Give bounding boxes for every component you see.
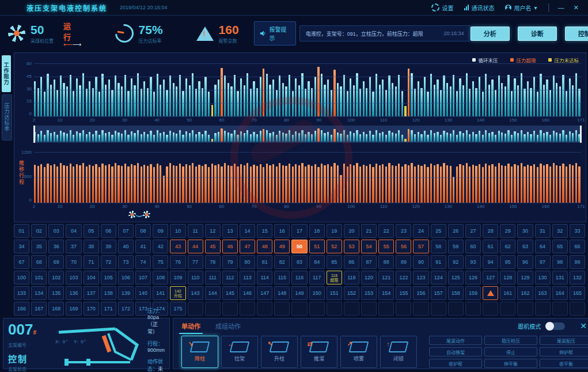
support-cell-19[interactable]: 19 [327,224,342,238]
diagnose-button[interactable]: 诊断 [518,26,557,41]
support-cell-64[interactable]: 64 [535,240,551,253]
support-cell-110[interactable]: 110 [188,271,203,284]
support-cell-112[interactable]: 112 [222,271,238,284]
support-cell-111[interactable]: 111 [205,271,221,284]
support-cell-97[interactable]: 97 [535,255,551,269]
support-cell-164[interactable]: 164 [552,286,568,300]
panel-close-icon[interactable]: ✕ [580,321,587,331]
support-cell-77[interactable]: 77 [188,255,203,269]
support-cell-24[interactable]: 24 [413,224,428,238]
support-cell-56[interactable]: 56 [396,240,411,253]
support-cell-43[interactable]: 43 [170,240,185,253]
support-cell-121[interactable]: 121 [378,271,394,284]
support-cell-130[interactable]: 130 [535,271,551,284]
support-cell-50[interactable]: 50 [291,240,307,253]
support-cell-76[interactable]: 76 [170,255,185,269]
mini-button-伸护帮[interactable]: 伸护帮 [540,347,588,356]
support-cell-139[interactable]: 139 [118,286,134,300]
support-cell-39[interactable]: 39 [101,240,116,253]
support-cell-104[interactable]: 104 [84,271,99,284]
support-cell-31[interactable]: 31 [535,224,551,238]
support-cell-84[interactable]: 84 [309,255,325,269]
support-cell-53[interactable]: 53 [344,240,359,253]
support-cell-59[interactable]: 59 [448,240,464,253]
support-cell-28[interactable]: 28 [483,224,498,238]
support-cell-80[interactable]: 80 [240,255,255,269]
alarm-prompt-button[interactable]: 报警提示 [254,21,296,45]
support-cell-151[interactable]: 151 [327,286,342,300]
support-cell-128[interactable]: 128 [500,271,515,284]
follow-mode-toggle[interactable] [545,322,565,330]
support-cell-127[interactable]: 127 [483,271,498,284]
support-cell-134[interactable]: 134 [31,286,47,300]
mini-button-伸平衡[interactable]: 伸平衡 [484,359,537,368]
support-cell-47[interactable]: 47 [240,240,255,253]
mini-button-尾梁配压[interactable]: 尾梁配压 [540,336,588,345]
support-cell-158[interactable]: 158 [448,286,464,300]
support-cell-87[interactable]: 87 [361,255,377,269]
support-cell-4[interactable]: 04 [66,224,81,238]
action-button-推溜[interactable]: ⇄推溜 [301,336,337,368]
support-cell-147[interactable]: 147 [257,286,272,300]
support-cell-21[interactable]: 21 [361,224,377,238]
support-cell-101[interactable]: 101 [31,271,47,284]
mini-button-稳压检压[interactable]: 稳压检压 [484,336,537,345]
support-cell-49[interactable]: 49 [274,240,290,253]
support-cell-55[interactable]: 55 [378,240,394,253]
support-cell-149[interactable]: 149 [291,286,307,300]
support-cell-5[interactable]: 05 [84,224,99,238]
support-cell-2[interactable]: 02 [31,224,47,238]
support-cell-131[interactable]: 131 [552,271,568,284]
support-cell-100[interactable]: 100 [14,271,29,284]
support-cell-89[interactable]: 89 [396,255,411,269]
support-cell-69[interactable]: 69 [48,255,64,269]
support-cell-15[interactable]: 15 [257,224,272,238]
support-cell-91[interactable]: 91 [431,255,446,269]
support-cell-136[interactable]: 136 [66,286,81,300]
support-cell-99[interactable]: 99 [570,255,585,269]
support-cell-42[interactable]: 42 [153,240,168,253]
support-cell-46[interactable]: 46 [222,240,238,253]
support-cell-10[interactable]: 10 [170,224,185,238]
support-cell-119[interactable]: 119 [344,271,359,284]
support-cell-140[interactable]: 140 [135,286,151,300]
support-cell-12[interactable]: 12 [205,224,221,238]
support-cell-20[interactable]: 20 [344,224,359,238]
tab-group-action[interactable]: 成组动作 [215,321,241,331]
support-cell-105[interactable]: 105 [101,271,116,284]
settings-button[interactable]: 设置 [431,3,454,12]
support-cell-115[interactable]: 115 [274,271,290,284]
tab-single-action[interactable]: 单动作 [181,321,200,331]
support-cell-68[interactable]: 68 [31,255,47,269]
support-cell-120[interactable]: 120 [361,271,377,284]
support-cell-168[interactable]: 168 [48,302,64,316]
support-cell-108[interactable]: 108 [153,271,168,284]
support-cell-8[interactable]: 08 [135,224,151,238]
mini-button-收护帮[interactable]: 收护帮 [429,359,482,368]
support-cell-172[interactable]: 172 [118,302,134,316]
support-cell-78[interactable]: 78 [205,255,221,269]
support-cell-74[interactable]: 74 [135,255,151,269]
action-button-闭锁[interactable]: ↑闭锁 [380,336,417,368]
support-cell-162[interactable]: 162 [517,286,533,300]
support-cell-45[interactable]: 45 [205,240,221,253]
mini-button-停止[interactable]: 停止 [484,347,537,356]
support-cell-137[interactable]: 137 [84,286,99,300]
action-button-升柱[interactable]: ↖升柱 [261,336,298,368]
support-cell-175[interactable]: 175 [170,302,185,316]
analyze-button[interactable]: 分析 [471,26,510,41]
support-cell-1[interactable]: 01 [14,224,29,238]
support-cell-107[interactable]: 107 [135,271,151,284]
minimize-button[interactable]: — [558,4,564,11]
support-cell-40[interactable]: 40 [118,240,134,253]
support-cell-117[interactable]: 117 [309,271,325,284]
action-button-喷雾[interactable]: ↗喷雾 [340,336,377,368]
action-button-拉架[interactable]: ←拉架 [221,336,258,368]
support-cell-103[interactable]: 103 [66,271,81,284]
support-cell-150[interactable]: 150 [309,286,325,300]
user-menu[interactable]: 用户名 ▾ [505,3,537,12]
support-cell-132[interactable]: 132 [570,271,585,284]
support-cell-102[interactable]: 102 [48,271,64,284]
support-cell-83[interactable]: 83 [291,255,307,269]
support-cell-159[interactable]: 159 [465,286,481,300]
